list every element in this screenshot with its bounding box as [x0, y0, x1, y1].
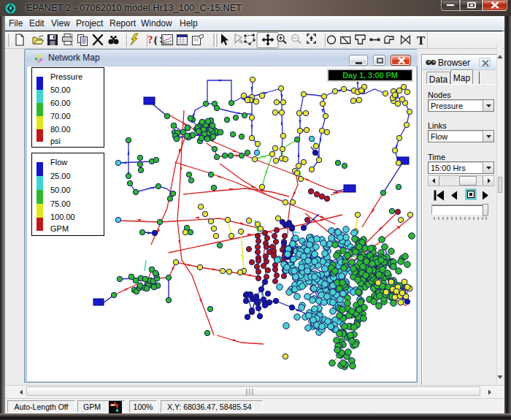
svg-text:{: {: [153, 34, 158, 46]
svg-text:?: ?: [147, 34, 153, 45]
svg-text:T: T: [417, 34, 426, 47]
